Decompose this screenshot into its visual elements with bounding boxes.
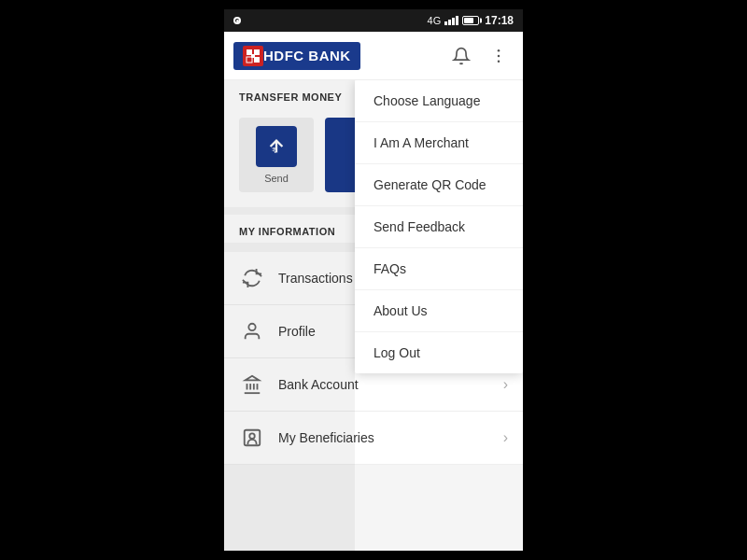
menu-item-send-feedback[interactable]: Send Feedback	[355, 206, 523, 248]
status-bar: 4G 17:18	[224, 9, 523, 32]
menu-item-generate-qr[interactable]: Generate QR Code	[355, 164, 523, 206]
svg-rect-5	[251, 54, 255, 58]
signal-label: 4G	[428, 15, 442, 26]
menu-item-logout[interactable]: Log Out	[355, 332, 523, 373]
main-content: TRANSFER MONEY ₹ Send MY INFORMATION	[224, 80, 523, 551]
header-actions	[446, 41, 514, 71]
status-right: 4G 17:18	[428, 14, 514, 27]
notification-dot	[233, 17, 241, 24]
hdfc-logo-icon	[243, 46, 263, 66]
menu-item-merchant[interactable]: I Am A Merchant	[355, 122, 523, 164]
menu-item-faqs[interactable]: FAQs	[355, 248, 523, 290]
svg-point-7	[498, 54, 500, 57]
bank-account-chevron: ›	[503, 376, 508, 393]
menu-item-choose-language[interactable]: Choose Language	[355, 80, 523, 122]
menu-overlay[interactable]	[224, 80, 355, 551]
more-button[interactable]	[484, 41, 514, 71]
app-header: HDFC BANK	[224, 32, 523, 80]
bell-button[interactable]	[446, 41, 476, 71]
phone-container: 4G 17:18 HDFC BANK	[224, 9, 523, 551]
menu-item-about-us[interactable]: About Us	[355, 290, 523, 332]
dropdown-menu: Choose Language I Am A Merchant Generate…	[355, 80, 523, 373]
svg-point-6	[498, 49, 500, 51]
signal-bars	[444, 16, 458, 25]
beneficiaries-chevron: ›	[503, 429, 508, 446]
logo-container: HDFC BANK	[233, 42, 360, 70]
status-left	[233, 17, 241, 24]
battery-icon	[462, 16, 479, 25]
time-display: 17:18	[485, 14, 514, 27]
logo-text: HDFC BANK	[263, 48, 351, 63]
svg-point-8	[498, 60, 500, 63]
